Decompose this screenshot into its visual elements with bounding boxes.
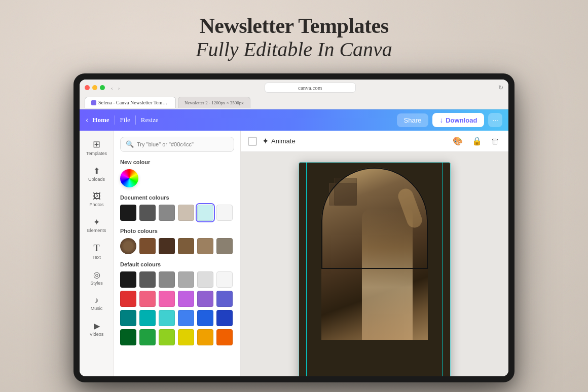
def-color-2[interactable] [139, 271, 156, 288]
sidebar-item-text[interactable]: T Text [82, 239, 112, 264]
tab-2-label: Newsletter 2 - 1200px × 3500px [185, 100, 244, 105]
def-color-4[interactable] [178, 271, 194, 288]
def-color-10[interactable] [178, 291, 194, 307]
new-color-swatch[interactable] [120, 169, 138, 187]
download-label: Download [446, 116, 477, 124]
file-button[interactable]: File [120, 116, 130, 124]
more-button[interactable]: ··· [488, 113, 502, 127]
doc-color-4[interactable] [178, 205, 194, 221]
trash-tool[interactable]: 🗑 [489, 135, 501, 148]
elements-label: Elements [87, 228, 106, 233]
def-color-6[interactable] [216, 271, 233, 288]
address-area: canva.com [126, 83, 494, 93]
doc-color-6[interactable] [216, 205, 233, 221]
photo-color-3[interactable] [159, 238, 175, 254]
page-title-line2: Fully Editable In Canva [0, 37, 588, 62]
page-title-section: Newsletter Templates Fully Editable In C… [0, 0, 588, 62]
sidebar-item-photos[interactable]: 🖼 Photos [82, 188, 112, 211]
tab-1-label: Selena - Canva Newsletter Templates - Ca… [98, 100, 169, 105]
doc-color-2[interactable] [139, 205, 156, 221]
def-color-12[interactable] [216, 291, 233, 307]
def-color-22[interactable] [178, 329, 194, 345]
toolbar-divider-2 [135, 115, 136, 125]
templates-label: Templates [86, 151, 107, 156]
device-frame: ‹ › canva.com ↻ Selena - Canva Newslette… [74, 73, 514, 382]
close-traffic-light[interactable] [85, 85, 90, 90]
animate-checkbox[interactable] [248, 137, 257, 146]
browser-top-bar: ‹ › canva.com ↻ [80, 80, 508, 96]
def-color-1[interactable] [120, 271, 136, 288]
def-color-23[interactable] [197, 329, 213, 345]
share-button[interactable]: Share [397, 113, 429, 127]
animate-button[interactable]: ✦ Animate [262, 136, 296, 146]
tab-2[interactable]: Newsletter 2 - 1200px × 3500px [178, 97, 250, 108]
def-color-14[interactable] [139, 310, 156, 326]
canvas-top-bar: ✦ Animate 🎨 🔒 🗑 [241, 131, 508, 152]
photo-color-6[interactable] [216, 238, 233, 254]
def-color-15[interactable] [159, 310, 175, 326]
guide-line-right [443, 163, 443, 376]
back-button[interactable]: ‹ [109, 84, 115, 92]
photo-colours-title: Photo colours [120, 228, 234, 234]
animate-label: Animate [271, 137, 296, 145]
search-box[interactable]: 🔍 [120, 137, 234, 152]
photo-color-1[interactable] [120, 238, 136, 254]
sidebar-item-templates[interactable]: ⊞ Templates [82, 135, 112, 160]
default-colors-grid [120, 271, 234, 345]
refresh-button[interactable]: ↻ [498, 84, 503, 92]
document-colors-row [120, 205, 234, 221]
maximize-traffic-light[interactable] [100, 85, 105, 90]
sidebar-icons: ⊞ Templates ⬆ Uploads 🖼 Photos ✦ Element… [80, 131, 114, 376]
def-color-7[interactable] [120, 291, 136, 307]
def-color-18[interactable] [216, 310, 233, 326]
doc-color-3[interactable] [159, 205, 175, 221]
photo-color-5[interactable] [197, 238, 213, 254]
color-search-input[interactable] [137, 141, 229, 147]
photo-color-2[interactable] [139, 238, 156, 254]
browser-nav: ‹ › [109, 84, 122, 92]
back-arrow[interactable]: ‹ [86, 115, 88, 125]
new-colour-title: New colour [120, 159, 234, 165]
def-color-8[interactable] [139, 291, 156, 307]
traffic-lights [85, 85, 105, 90]
resize-button[interactable]: Resize [141, 116, 159, 124]
def-color-13[interactable] [120, 310, 136, 326]
def-color-20[interactable] [139, 329, 156, 345]
browser-chrome: ‹ › canva.com ↻ Selena - Canva Newslette… [80, 80, 508, 109]
def-color-11[interactable] [197, 291, 213, 307]
canvas-area: ✦ Animate 🎨 🔒 🗑 [241, 131, 508, 376]
sidebar-item-elements[interactable]: ✦ Elements [82, 213, 112, 237]
def-color-16[interactable] [178, 310, 194, 326]
sidebar-item-uploads[interactable]: ⬆ Uploads [82, 162, 112, 186]
def-color-5[interactable] [197, 271, 213, 288]
styles-icon: ◎ [93, 270, 100, 280]
def-color-9[interactable] [159, 291, 175, 307]
minimize-traffic-light[interactable] [92, 85, 97, 90]
download-button[interactable]: ↓ Download [432, 113, 484, 127]
frame-2 [334, 178, 357, 206]
sidebar-item-styles[interactable]: ◎ Styles [82, 266, 112, 290]
paint-tool[interactable]: 🎨 [451, 134, 465, 148]
doc-color-5[interactable] [197, 205, 213, 221]
address-bar[interactable]: canva.com [265, 83, 356, 93]
def-color-3[interactable] [159, 271, 175, 288]
canvas-content[interactable]: Brand New & Unique COLLECTION [241, 152, 508, 376]
tab-1[interactable]: Selena - Canva Newsletter Templates - Ca… [85, 97, 176, 108]
browser-tab-bar: Selena - Canva Newsletter Templates - Ca… [80, 96, 508, 109]
sidebar-item-music[interactable]: ♪ Music [82, 292, 112, 315]
canva-toolbar: ‹ Home File Resize Share ↓ Download ··· [80, 109, 508, 131]
def-color-24[interactable] [216, 329, 233, 345]
music-icon: ♪ [95, 296, 99, 305]
def-color-21[interactable] [159, 329, 175, 345]
sidebar-item-videos[interactable]: ▶ Videos [82, 317, 112, 341]
def-color-19[interactable] [120, 329, 136, 345]
photo-color-4[interactable] [178, 238, 194, 254]
animate-icon: ✦ [262, 136, 269, 146]
person-silhouette [362, 208, 413, 340]
lock-tool[interactable]: 🔒 [470, 134, 484, 148]
photo-arch-container [321, 168, 428, 340]
home-button[interactable]: Home [92, 116, 109, 124]
def-color-17[interactable] [197, 310, 213, 326]
doc-color-1[interactable] [120, 205, 136, 221]
forward-button[interactable]: › [116, 84, 122, 92]
